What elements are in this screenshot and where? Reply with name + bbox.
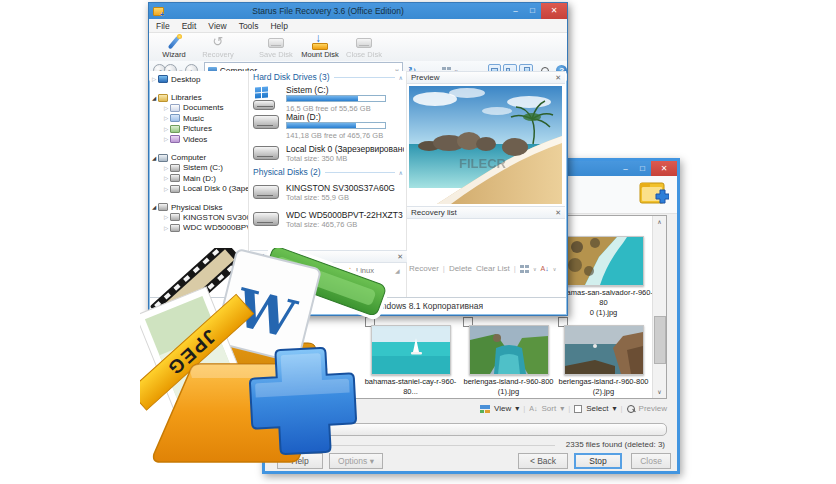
drive-icon [253, 212, 279, 226]
physical-disk-name[interactable]: WDC WD5000BPVT-22HXZT3 [286, 210, 404, 220]
menu-view[interactable]: View [208, 21, 226, 31]
tree-item-local-disk-0[interactable]: ▷ Local Disk 0 (Зарезер [150, 184, 248, 194]
main-toolbar: Wizard ↺ Recovery Save Disk ↓ Mount Disk… [149, 33, 567, 63]
drive-info: 141,18 GB free of 465,76 GB [286, 131, 383, 140]
expander-icon[interactable]: ▷ [162, 126, 170, 132]
view-button[interactable]: View [494, 404, 511, 413]
physical-disks-header[interactable]: Physical Disks (2) ∧ [253, 167, 403, 177]
recovery-list-header: Recovery list ✕ [407, 206, 565, 219]
desktop-icon [158, 75, 168, 83]
expander-icon[interactable]: ▷ [162, 175, 170, 181]
close-panel-icon[interactable]: ✕ [555, 74, 561, 82]
expander-icon[interactable]: ◢ [150, 155, 158, 161]
drive-name[interactable]: Local Disk 0 (Зарезервировано систе... [286, 144, 404, 154]
preview-image[interactable]: FILECR [409, 86, 562, 204]
drive-icon [170, 185, 180, 193]
drive-name[interactable]: Main (D:) [286, 112, 321, 122]
sort-dropdown-icon[interactable]: ▾ [560, 404, 564, 413]
view-icon [480, 405, 490, 413]
maximize-button[interactable]: □ [524, 3, 541, 19]
hard-disk-drives-header[interactable]: Hard Disk Drives (3) ∧ [253, 72, 403, 82]
tree-label: Sistem (C:) [183, 163, 223, 172]
view-dropdown-icon[interactable]: ∨ [533, 266, 537, 272]
file-thumbnail[interactable] [564, 325, 644, 375]
menu-edit[interactable]: Edit [182, 21, 197, 31]
physical-disk-name[interactable]: KINGSTON SV300S37A60G [286, 183, 404, 193]
expander-icon[interactable]: ▷ [162, 136, 170, 142]
close-panel-icon[interactable]: ✕ [555, 209, 561, 217]
close-disk-icon [355, 35, 373, 50]
scroll-down-icon[interactable]: ∨ [653, 386, 666, 398]
tree-item-desktop[interactable]: ▷ Desktop [150, 74, 248, 84]
expander-icon[interactable]: ▷ [162, 225, 170, 231]
watermark-text: FILECR [459, 156, 507, 171]
drive-icon [253, 146, 279, 160]
libraries-icon [158, 94, 168, 102]
expander-icon[interactable]: ▷ [162, 105, 170, 111]
tree-label: Main (D:) [183, 174, 216, 183]
menu-help[interactable]: Help [270, 21, 287, 31]
physical-disks-icon [158, 203, 168, 211]
menu-tools[interactable]: Tools [239, 21, 259, 31]
file-thumbnail[interactable] [469, 325, 549, 375]
stop-button[interactable]: Stop [574, 453, 622, 469]
select-button[interactable]: Select [586, 404, 608, 413]
tree-item-system-c[interactable]: ▷ Sistem (C:) [150, 163, 248, 173]
expander-icon[interactable]: ▷ [150, 76, 158, 82]
wizard-button[interactable]: Wizard [152, 34, 196, 59]
tree-item-pictures[interactable]: ▷ Pictures [150, 124, 248, 134]
expander-icon[interactable]: ▷ [162, 115, 170, 121]
file-thumbnail[interactable] [564, 236, 644, 286]
close-dialog-button[interactable]: Close [631, 453, 671, 469]
expander-icon[interactable]: ▷ [162, 165, 170, 171]
expander-icon[interactable]: ▷ [162, 186, 170, 192]
vertical-scrollbar[interactable]: ∧ ∨ [652, 216, 666, 398]
menu-file[interactable]: File [156, 21, 170, 31]
pictures-icon [170, 125, 180, 133]
main-titlebar[interactable]: + Starus File Recovery 3.6 (Office Editi… [149, 3, 567, 19]
wizard-icon [165, 35, 183, 50]
expander-icon[interactable]: ▷ [162, 214, 170, 220]
back-button[interactable]: < Back [518, 453, 568, 469]
tree-item-physical-disks[interactable]: ◢ Physical Disks [150, 202, 248, 212]
drive-usage-bar [286, 122, 386, 129]
minimize-button[interactable]: – [507, 3, 524, 19]
expander-icon[interactable]: ◢ [150, 204, 158, 210]
divider [406, 71, 407, 298]
collapse-icon[interactable]: ∧ [399, 74, 403, 81]
maximize-button[interactable]: □ [634, 161, 651, 176]
tree-item-videos[interactable]: ▷ Videos [150, 134, 248, 144]
tree-item-computer[interactable]: ◢ Computer [150, 152, 248, 162]
tree-label: Libraries [171, 93, 202, 102]
select-dropdown-icon[interactable]: ▾ [612, 404, 616, 413]
tree-item-documents[interactable]: ▷ Documents [150, 103, 248, 113]
tree-label: Physical Disks [171, 203, 223, 212]
expander-icon[interactable]: ◢ [150, 95, 158, 101]
tree-item-kingston[interactable]: ▷ KINGSTON SV300S37 [150, 212, 248, 222]
tree-label: Documents [183, 103, 223, 112]
documents-icon [170, 104, 180, 112]
tree-label: KINGSTON SV300S37 [183, 213, 248, 222]
minimize-button[interactable]: – [617, 161, 634, 176]
sort-button[interactable]: Sort [541, 404, 556, 413]
tree-item-wdc[interactable]: ▷ WDC WD5000BPVT-2 [150, 223, 248, 233]
recovery-icon: ↺ [209, 35, 227, 50]
tree-item-main-d[interactable]: ▷ Main (D:) [150, 173, 248, 183]
close-button[interactable]: ✕ [541, 3, 567, 19]
tree-item-libraries[interactable]: ◢ Libraries [150, 92, 248, 102]
sort-dropdown-icon[interactable]: ∨ [553, 266, 557, 272]
view-dropdown-icon[interactable]: ▾ [515, 404, 519, 413]
drive-name[interactable]: Sistem (C:) [286, 85, 329, 95]
file-name: berlengas-island-r-960-800 (2).jpg [552, 377, 655, 397]
preview-button[interactable]: Preview [639, 404, 667, 413]
tree-item-music[interactable]: ▷ Music [150, 113, 248, 123]
close-button[interactable]: ✕ [651, 161, 677, 176]
thumbnails-view-icon[interactable] [520, 265, 529, 273]
scrollbar-thumb[interactable] [654, 316, 666, 364]
save-disk-icon [267, 35, 285, 50]
drive-icon [170, 164, 180, 172]
collapse-icon[interactable]: ∧ [399, 169, 403, 176]
mount-disk-button[interactable]: ↓ Mount Disk [298, 34, 342, 59]
scroll-up-icon[interactable]: ∧ [653, 216, 666, 228]
window-title: Starus File Recovery 3.6 (Office Edition… [149, 6, 507, 16]
